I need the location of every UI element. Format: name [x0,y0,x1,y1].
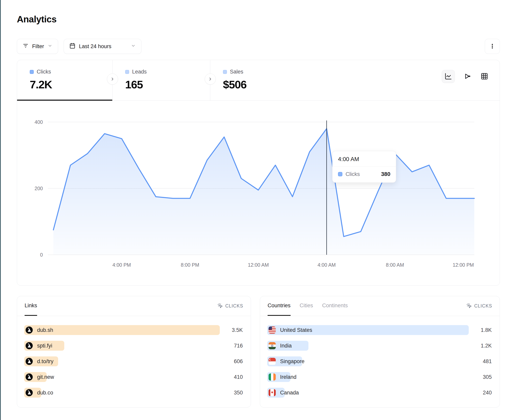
clicks-timeseries-chart[interactable]: 02004004:00 PM8:00 PM12:00 AM4:00 AM8:00… [17,101,500,286]
list-item-value: 3.5K [232,325,243,335]
tooltip-legend-square-icon [338,172,342,176]
stats-header: Clicks 7.2K Leads 165 [17,60,500,101]
svg-text:200: 200 [35,186,43,191]
ca-flag-icon [269,389,276,396]
more-options-button[interactable] [485,39,500,54]
dub-logo-icon [26,389,33,396]
stat-tab-sales[interactable]: Sales $506 [210,60,308,101]
stat-value: 165 [125,78,210,91]
expand-stat-button[interactable] [107,73,118,85]
svg-text:4:00 PM: 4:00 PM [112,262,131,268]
countries-tabs: CountriesCitiesContinents [268,296,348,316]
stat-value: 7.2K [30,78,112,91]
svg-text:8:00 AM: 8:00 AM [386,262,404,268]
list-item-value: 410 [234,372,243,382]
list-item-value: 1.8K [481,325,492,335]
line-chart-toggle-button[interactable] [442,70,455,83]
list-item-value: 240 [483,388,492,398]
in-flag-icon [269,342,276,349]
dub-logo-icon [26,342,33,349]
list-item-value: 606 [234,356,243,366]
screen-edge-strip [0,0,1,420]
tooltip-time: 4:00 AM [332,151,396,167]
funnel-chart-icon [464,72,471,81]
sg-flag-icon [269,358,276,365]
area-chart-canvas[interactable]: 02004004:00 PM8:00 PM12:00 AM4:00 AM8:00… [17,101,500,286]
list-item-value: 716 [234,341,243,351]
list-item-label: dub.co [37,390,53,396]
list-item[interactable]: Ireland 305 [267,372,493,382]
list-item[interactable]: United States 1.8K [267,325,493,335]
page-title: Analytics [17,14,500,25]
countries-metric-toggle[interactable]: CLICKS [466,296,492,316]
list-item-value: 481 [483,356,492,366]
svg-text:0: 0 [40,252,43,258]
dub-logo-icon [26,358,33,365]
list-item-label: India [280,343,292,349]
clicks-legend-square-icon [30,70,34,74]
bar-track [24,325,220,335]
bar-track [267,372,469,382]
stat-label: Clicks [37,69,51,75]
pointer-click-icon [466,303,472,309]
list-item-label: Singapore [280,358,305,364]
date-range-label: Last 24 hours [79,43,112,50]
filter-button[interactable]: Filter [17,39,58,54]
expand-stat-button[interactable] [205,73,216,85]
chart-type-toggles [442,70,500,83]
list-item[interactable]: India 1.2K [267,341,493,351]
bar-track [267,341,469,351]
svg-text:12:00 AM: 12:00 AM [248,262,269,268]
filter-icon [22,43,29,50]
sales-legend-square-icon [223,70,227,74]
analytics-card: Clicks 7.2K Leads 165 [17,60,500,286]
metric-label: CLICKS [474,303,492,309]
bar-fill [24,325,220,335]
tab-countries[interactable]: Countries [268,296,291,316]
date-range-button[interactable]: Last 24 hours [64,39,142,54]
leads-legend-square-icon [125,70,129,74]
list-item[interactable]: d.to/try 606 [24,356,244,366]
list-item[interactable]: spti.fyi 716 [24,341,244,351]
dub-logo-icon [26,326,33,334]
tab-links[interactable]: Links [25,296,37,316]
svg-text:400: 400 [35,119,43,125]
table-view-toggle-button[interactable] [481,72,488,81]
us-flag-icon [269,326,276,334]
list-item[interactable]: dub.co 350 [24,388,244,398]
stat-tab-leads[interactable]: Leads 165 [112,60,210,101]
svg-text:12:00 PM: 12:00 PM [453,262,474,268]
list-item[interactable]: Singapore 481 [267,356,493,366]
funnel-chart-toggle-button[interactable] [464,72,471,81]
links-panel: Links CLICKS dub.sh 3.5K [17,296,251,407]
grid-table-icon [481,72,488,81]
list-item-label: Canada [280,390,299,396]
pointer-click-icon [217,303,223,309]
breakdown-panels: Links CLICKS dub.sh 3.5K [17,296,500,407]
chevron-down-icon [131,43,136,50]
tooltip-series-label: Clicks [345,171,360,177]
dub-logo-icon [26,373,33,381]
tab-cities[interactable]: Cities [300,296,313,316]
list-item-label: d.to/try [37,358,53,364]
ie-flag-icon [269,373,276,381]
metric-label: CLICKS [225,303,243,309]
chevron-down-icon [48,43,52,50]
tooltip-value: 380 [381,171,390,177]
list-item[interactable]: Canada 240 [267,388,493,398]
chart-tooltip: 4:00 AM Clicks 380 [332,151,396,183]
kebab-menu-icon [489,43,495,50]
list-item[interactable]: git.new 410 [24,372,244,382]
links-metric-toggle[interactable]: CLICKS [217,296,243,316]
filter-button-label: Filter [32,43,44,50]
tab-continents[interactable]: Continents [322,296,348,316]
stat-label: Sales [230,69,243,75]
list-item-label: git.new [37,374,54,380]
list-item[interactable]: dub.sh 3.5K [24,325,244,335]
stat-tab-clicks[interactable]: Clicks 7.2K [17,60,112,101]
links-panel-header: Links CLICKS [17,296,251,316]
analytics-page: Analytics Filter Last 24 hours [17,0,500,407]
countries-panel-header: CountriesCitiesContinents CLICKS [260,296,500,316]
toolbar: Filter Last 24 hours [17,39,500,54]
list-item-label: spti.fyi [37,343,52,349]
